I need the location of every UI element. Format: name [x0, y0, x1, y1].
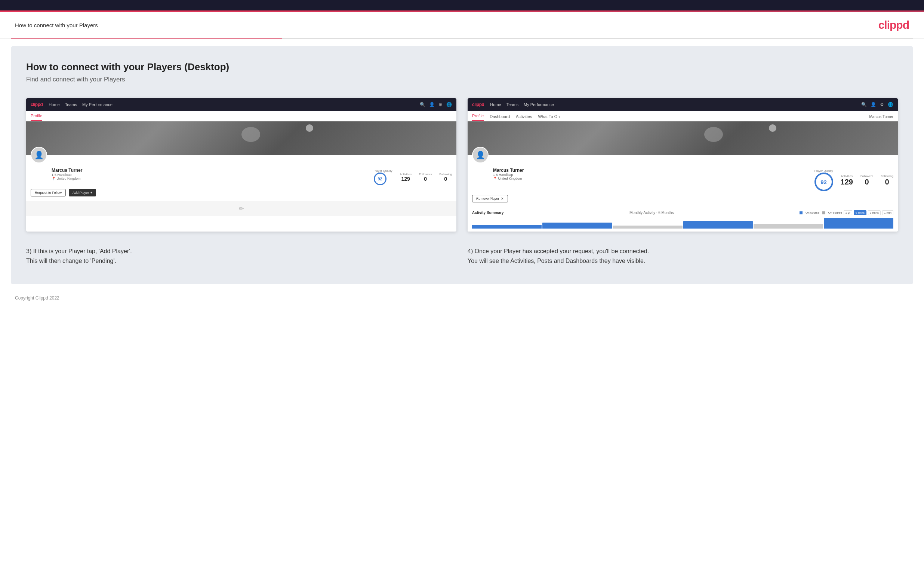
main-content: How to connect with your Players (Deskto… [11, 46, 913, 284]
banner-image-left [26, 121, 456, 155]
search-icon-left[interactable]: 🔍 [420, 102, 425, 107]
nav-teams-left[interactable]: Teams [65, 102, 77, 107]
player-handicap-left: 1-5 Handicap [52, 173, 82, 177]
tab-player-name-right: Marcus Turner [869, 114, 893, 121]
followers-label-right: Followers [861, 174, 873, 178]
add-player-label: Add Player [73, 191, 89, 195]
description-left-text: 3) If this is your Player tap, 'Add Play… [26, 248, 132, 264]
location-icon-left: 📍 [52, 177, 56, 181]
browser-nav-right: clippd Home Teams My Performance 🔍 👤 ⚙ 🌐 [468, 98, 898, 111]
profile-banner-right [468, 121, 898, 155]
activities-group-left: Activities 129 [400, 172, 412, 182]
avatar-left: 👤 [31, 147, 47, 163]
search-icon-right[interactable]: 🔍 [861, 102, 867, 107]
activity-legend: On course Off course [800, 211, 842, 214]
nav-teams-right[interactable]: Teams [506, 102, 519, 107]
description-left: 3) If this is your Player tap, 'Add Play… [26, 247, 456, 266]
plus-icon: + [90, 191, 92, 195]
nav-links-right: Home Teams My Performance [490, 102, 554, 107]
nav-performance-right[interactable]: My Performance [524, 102, 554, 107]
top-bar [0, 0, 924, 10]
following-group-right: Following 0 [880, 174, 893, 186]
quality-label-left: Player Quality [374, 169, 393, 172]
nav-home-right[interactable]: Home [490, 102, 501, 107]
nav-home-left[interactable]: Home [48, 102, 60, 107]
tab-dashboard-right[interactable]: Dashboard [489, 114, 510, 121]
profile-banner-left [26, 121, 456, 155]
remove-player-label: Remove Player [476, 197, 499, 201]
banner-blob1 [241, 127, 260, 142]
screenshot-left: clippd Home Teams My Performance 🔍 👤 ⚙ 🌐… [26, 98, 456, 232]
header-divider [11, 39, 913, 39]
action-buttons-left: Request to Follow Add Player + [31, 189, 452, 197]
on-course-dot [800, 211, 803, 214]
avatar-icon-right: 👤 [476, 150, 485, 160]
followers-group-right: Followers 0 [861, 174, 873, 186]
activity-summary: Activity Summary Monthly Activity · 6 Mo… [468, 207, 898, 232]
quality-group-left: Player Quality 92 [374, 169, 393, 185]
activities-label-right: Activities [841, 174, 853, 178]
remove-player-button[interactable]: Remove Player ✕ [472, 195, 508, 202]
pencil-icon-left: ✏ [239, 205, 244, 212]
chart-bar-6 [824, 218, 893, 229]
profile-details-right: Marcus Turner 1-5 Handicap 📍 United King… [493, 167, 524, 181]
filter-6mths[interactable]: 6 mths [854, 210, 866, 215]
followers-label-left: Followers [419, 172, 432, 176]
browser-nav-left: clippd Home Teams My Performance 🔍 👤 ⚙ 🌐 [26, 98, 456, 111]
activity-title: Activity Summary [472, 211, 504, 215]
tab-activities-right[interactable]: Activities [516, 114, 532, 121]
user-icon-right[interactable]: 👤 [871, 102, 876, 107]
player-name-left: Marcus Turner [52, 168, 82, 173]
clippd-logo: clippd [879, 19, 909, 31]
settings-icon-right[interactable]: ⚙ [880, 102, 884, 107]
chart-bar-5 [754, 224, 823, 229]
globe-icon-right[interactable]: 🌐 [888, 102, 893, 107]
add-player-button[interactable]: Add Player + [69, 189, 96, 197]
globe-icon-left[interactable]: 🌐 [446, 102, 452, 107]
filter-1mth[interactable]: 1 mth [882, 210, 893, 215]
nav-icons-left: 🔍 👤 ⚙ 🌐 [420, 102, 452, 107]
avatar-icon-left: 👤 [34, 150, 44, 160]
player-name-right: Marcus Turner [493, 168, 524, 173]
page-breadcrumb: How to connect with your Players [15, 22, 98, 28]
profile-info-right: 👤 Marcus Turner 1-5 Handicap 📍 United Ki… [468, 155, 898, 207]
tab-profile-right[interactable]: Profile [472, 114, 484, 121]
settings-icon-left[interactable]: ⚙ [438, 102, 443, 107]
description-right-text: 4) Once your Player has accepted your re… [468, 248, 649, 264]
chart-bar-1 [472, 225, 542, 229]
tab-profile-left[interactable]: Profile [31, 114, 42, 121]
off-course-dot [822, 211, 825, 214]
profile-info-left: 👤 Marcus Turner 1-5 Handicap 📍 United Ki… [26, 155, 456, 201]
description-right: 4) Once your Player has accepted your re… [468, 247, 898, 266]
nav-performance-left[interactable]: My Performance [82, 102, 113, 107]
action-buttons-right: Remove Player ✕ [472, 195, 893, 202]
tab-what-to-on-right[interactable]: What To On [538, 114, 560, 121]
footer: Copyright Clippd 2022 [0, 292, 924, 305]
filter-3mths[interactable]: 3 mths [868, 210, 880, 215]
copyright-text: Copyright Clippd 2022 [15, 295, 60, 301]
player-handicap-right: 1-5 Handicap [493, 173, 524, 177]
user-icon-left[interactable]: 👤 [429, 102, 435, 107]
profile-stats-right: Player Quality 92 Activities 129 Followe… [814, 169, 893, 191]
nav-icons-right: 🔍 👤 ⚙ 🌐 [861, 102, 893, 107]
request-follow-button[interactable]: Request to Follow [31, 189, 66, 197]
filter-1yr[interactable]: 1 yr [844, 210, 852, 215]
banner-blob2 [306, 124, 313, 132]
player-country-left: 📍 United Kingdom [52, 177, 82, 181]
player-country-right: 📍 United Kingdom [493, 177, 524, 181]
mini-chart [472, 218, 893, 229]
following-label-right: Following [880, 174, 893, 178]
banner-blob2-right [769, 124, 776, 132]
avatar-right: 👤 [472, 147, 489, 163]
chart-bar-4 [683, 221, 753, 229]
activity-filters: On course Off course 1 yr 6 mths 3 mths … [800, 210, 893, 215]
browser-logo-left: clippd [31, 102, 43, 107]
header: How to connect with your Players clippd [0, 12, 924, 39]
profile-details-left: Marcus Turner 1-5 Handicap 📍 United King… [52, 167, 82, 181]
browser-logo-right: clippd [472, 102, 484, 107]
page-heading: How to connect with your Players (Deskto… [26, 61, 898, 73]
location-icon-right: 📍 [493, 177, 497, 181]
tabs-bar-left: Profile [26, 111, 456, 121]
followers-value-right: 0 [861, 178, 873, 186]
followers-value-left: 0 [419, 176, 432, 182]
